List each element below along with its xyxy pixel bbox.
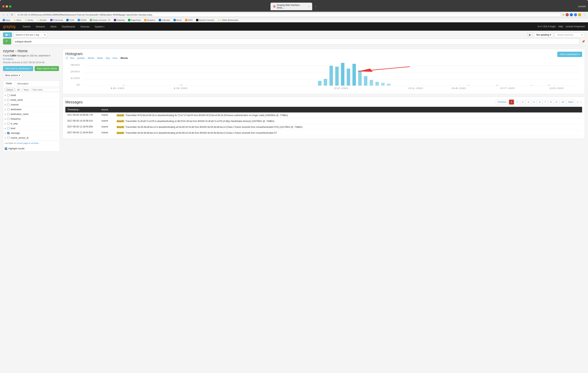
svg-rect-26 bbox=[548, 85, 550, 86]
address-input[interactable] bbox=[15, 13, 561, 17]
browser-tab[interactable]: Graylog Web Interface - Strea... ✕ bbox=[271, 3, 312, 10]
bookmark-trello[interactable]: Trello bbox=[65, 19, 75, 21]
resolution-month[interactable]: Month bbox=[88, 57, 94, 60]
field-bssid-name-checkbox[interactable] bbox=[7, 99, 10, 101]
resolution-hour[interactable]: Hour bbox=[113, 57, 118, 60]
maximize-dot[interactable] bbox=[9, 5, 11, 8]
timerange-selector[interactable]: Search in the last 1 day ▾ bbox=[13, 32, 48, 37]
highlight-checkbox[interactable] bbox=[5, 147, 7, 150]
field-expand-icon-4[interactable]: ▶ bbox=[5, 108, 6, 110]
resolution-week[interactable]: Week bbox=[97, 57, 103, 60]
add-count-button[interactable]: Add count to dashboard ▾ bbox=[3, 66, 33, 71]
tab-decorators[interactable]: Decorators bbox=[15, 81, 32, 86]
resolution-minute[interactable]: Minute bbox=[120, 57, 128, 60]
bookmark-garmin[interactable]: Garmin Connect bbox=[195, 19, 215, 21]
page-3-button[interactable]: 3 bbox=[520, 100, 525, 104]
bookmark-datadog[interactable]: Datadog bbox=[113, 19, 126, 21]
minimize-dot[interactable] bbox=[6, 5, 8, 8]
bookmark-analytics[interactable]: Analytics bbox=[143, 19, 156, 21]
page-4-button[interactable]: 4 bbox=[526, 100, 531, 104]
menu-icon[interactable]: ⋮ bbox=[583, 13, 586, 17]
nav-sources[interactable]: Sources bbox=[78, 23, 92, 30]
page-6-button[interactable]: 6 bbox=[537, 100, 542, 104]
bookmark-radar[interactable]: Radar Houston, TX bbox=[89, 19, 111, 21]
nav-search[interactable]: Search bbox=[20, 23, 33, 30]
page-10-button[interactable]: 10 bbox=[560, 100, 566, 104]
field-expand-icon-10[interactable]: ▶ bbox=[5, 137, 6, 139]
current-page-link[interactable]: current page bbox=[16, 142, 28, 144]
page-1-button[interactable]: 1 bbox=[509, 100, 514, 104]
field-filter-input[interactable] bbox=[31, 88, 60, 92]
field-message-checkbox[interactable] bbox=[7, 132, 10, 134]
expand-icon-2[interactable]: ⤡ bbox=[580, 101, 582, 104]
more-actions-button[interactable]: More actions ▾ bbox=[3, 73, 22, 78]
bookmark-azure[interactable]: Azure bbox=[173, 19, 183, 21]
not-updating-button[interactable]: Not updating ▾ bbox=[534, 32, 553, 37]
page-7-button[interactable]: 7 bbox=[543, 100, 548, 104]
all-fields-link[interactable]: all fields bbox=[31, 142, 39, 144]
close-dot[interactable] bbox=[2, 5, 5, 8]
bookmark-calendar[interactable]: Calendar bbox=[158, 19, 171, 21]
next-page-button[interactable]: Next bbox=[567, 100, 575, 104]
field-frequency-checkbox[interactable] bbox=[7, 118, 10, 120]
reload-button[interactable]: ↺ bbox=[10, 13, 14, 17]
save-search-button[interactable]: Save search criteria bbox=[35, 66, 59, 71]
field-channel-checkbox[interactable] bbox=[7, 104, 10, 106]
page-2-button[interactable]: 2 bbox=[514, 100, 520, 104]
bookmark-noaa[interactable]: NOAA bbox=[77, 19, 87, 21]
nav-dashboards[interactable]: Dashboards bbox=[59, 23, 78, 30]
bookmark-aws[interactable]: AWS bbox=[184, 19, 193, 21]
tab-fields[interactable]: Fields bbox=[3, 81, 15, 87]
filter-none-button[interactable]: None bbox=[22, 88, 30, 92]
back-button[interactable]: ‹ bbox=[2, 13, 5, 17]
play-button[interactable]: ▶ bbox=[527, 32, 533, 37]
indices-link[interactable]: 52 indices bbox=[3, 58, 13, 60]
field-expand-icon-2[interactable]: ▶ bbox=[5, 99, 6, 101]
forward-button[interactable]: › bbox=[6, 13, 9, 17]
nav-alerts[interactable]: Alerts bbox=[48, 23, 59, 30]
field-expand-icon-7[interactable]: ▶ bbox=[5, 123, 6, 124]
nav-system[interactable]: System bbox=[92, 23, 107, 30]
bookmark-other[interactable]: 📁 » Other Bookmarks bbox=[217, 19, 239, 21]
tab-close-icon[interactable]: ✕ bbox=[308, 5, 310, 8]
user-menu-button[interactable]: Lennart Koopmann bbox=[566, 25, 585, 28]
page-8-button[interactable]: 8 bbox=[548, 100, 554, 104]
garmin-icon bbox=[196, 19, 198, 21]
field-is-wep-checkbox[interactable] bbox=[7, 123, 10, 125]
page-5-button[interactable]: 5 bbox=[532, 100, 537, 104]
filter-all-button[interactable]: All bbox=[16, 88, 21, 92]
new-tab-button[interactable]: + bbox=[312, 3, 319, 10]
bookmark-protonmail[interactable]: Protonmail bbox=[49, 19, 64, 21]
bookmark-pagerduty[interactable]: PagerDuty bbox=[127, 19, 142, 21]
filter-default-button[interactable]: Default bbox=[5, 88, 15, 92]
search-config-button[interactable]: 🕐 ▾ bbox=[3, 32, 12, 37]
help-button[interactable]: Help bbox=[558, 25, 563, 28]
bookmark-docs[interactable]: 📁 Docs bbox=[13, 19, 22, 21]
page-9-button[interactable]: 9 bbox=[554, 100, 559, 104]
add-to-dashboard-button[interactable]: Add to dashboard ▾ bbox=[557, 52, 582, 57]
field-expand-icon-6[interactable]: ▶ bbox=[5, 118, 6, 120]
field-expand-icon-3[interactable]: ▶ bbox=[5, 104, 6, 106]
field-destination-checkbox[interactable] bbox=[7, 108, 10, 111]
field-expand-icon-8[interactable]: ▶ bbox=[5, 127, 6, 129]
search-query-input[interactable] bbox=[13, 39, 579, 44]
field-bssid-checkbox[interactable] bbox=[7, 94, 10, 96]
expand-icon-1[interactable]: ⤢ bbox=[577, 101, 579, 104]
saved-searches-dropdown[interactable]: Saved searches ▾ bbox=[555, 32, 585, 37]
resolution-day[interactable]: Day bbox=[106, 57, 110, 60]
search-pin-icon[interactable]: 📌 bbox=[582, 40, 585, 43]
bookmark-zerotier[interactable]: 📁 Zerotier bbox=[36, 19, 48, 21]
search-submit-button[interactable]: 🔍 bbox=[3, 38, 11, 44]
field-nzyme-checkbox[interactable] bbox=[7, 137, 10, 139]
prev-page-button[interactable]: Previous bbox=[496, 100, 508, 104]
nav-streams[interactable]: Streams bbox=[33, 23, 48, 30]
field-destination-name-checkbox[interactable] bbox=[7, 113, 10, 115]
bookmark-ducky[interactable]: 📁 Ducky bbox=[24, 19, 34, 21]
bookmark-apps[interactable]: Apps bbox=[2, 19, 11, 21]
field-expand-icon-5[interactable]: ▶ bbox=[5, 113, 6, 115]
resolution-quarter[interactable]: Quarter bbox=[77, 57, 85, 60]
field-expand-icon[interactable]: ▶ bbox=[5, 94, 6, 96]
field-level-checkbox[interactable] bbox=[7, 127, 10, 130]
resolution-year[interactable]: Year bbox=[70, 57, 74, 60]
field-expand-icon-9[interactable]: ▶ bbox=[5, 132, 6, 134]
